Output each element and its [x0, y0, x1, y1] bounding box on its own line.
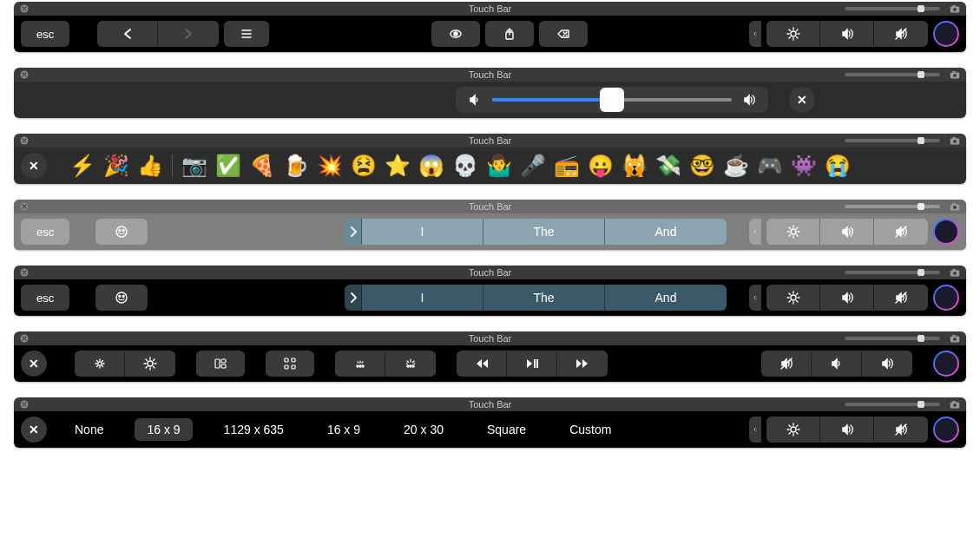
header-zoom-slider[interactable]: [845, 7, 940, 10]
slider-thumb[interactable]: [600, 88, 624, 112]
aspect-option[interactable]: 20 x 30: [391, 418, 456, 441]
screenshot-icon[interactable]: [949, 266, 961, 279]
esc-key[interactable]: esc: [21, 219, 69, 245]
volume-button[interactable]: [820, 21, 874, 47]
mute-button[interactable]: [761, 351, 812, 377]
volume-down-button[interactable]: [812, 351, 862, 377]
emoji[interactable]: 👍: [137, 154, 163, 178]
esc-key[interactable]: esc: [21, 21, 69, 47]
header-zoom-slider[interactable]: [845, 139, 940, 142]
header-zoom-slider[interactable]: [845, 271, 940, 274]
aspect-option[interactable]: None: [62, 418, 115, 441]
volume-button[interactable]: [820, 285, 874, 311]
siri-button[interactable]: [933, 417, 959, 443]
header-close-icon[interactable]: [19, 135, 30, 146]
predictive-item[interactable]: I: [362, 285, 483, 311]
emoji[interactable]: 📷: [181, 154, 207, 178]
volume-button[interactable]: [820, 219, 874, 245]
predictive-item[interactable]: The: [483, 219, 605, 245]
brightness-button[interactable]: [766, 285, 820, 311]
aspect-option[interactable]: 16 x 9: [135, 418, 192, 441]
delete-button[interactable]: [539, 21, 588, 47]
emoji[interactable]: 🍕: [249, 154, 275, 178]
predictive-item[interactable]: The: [483, 285, 605, 311]
emoji[interactable]: ⭐: [385, 154, 411, 178]
predictive-item[interactable]: I: [362, 219, 483, 245]
emoji[interactable]: 😭: [825, 154, 851, 178]
launchpad-button[interactable]: [266, 351, 314, 377]
emoji[interactable]: 💀: [452, 154, 478, 178]
emoji[interactable]: ⚡️: [69, 154, 95, 178]
siri-button[interactable]: [933, 285, 959, 311]
header-close-icon[interactable]: [19, 201, 30, 212]
brightness-down-button[interactable]: [75, 351, 125, 377]
header-close-icon[interactable]: [19, 333, 30, 344]
header-zoom-slider[interactable]: [845, 337, 940, 340]
close-emoji-button[interactable]: ✕: [21, 153, 47, 179]
brightness-button[interactable]: [766, 417, 820, 443]
emoji[interactable]: 🤷‍♂️: [486, 154, 512, 178]
close-aspect-button[interactable]: ✕: [21, 417, 47, 443]
emoji[interactable]: 🍺: [283, 154, 309, 178]
screenshot-icon[interactable]: [949, 332, 961, 344]
expand-strip-icon[interactable]: [749, 417, 761, 443]
play-pause-button[interactable]: [507, 351, 557, 377]
back-button[interactable]: [97, 21, 158, 47]
emoji-picker-button[interactable]: [95, 219, 148, 245]
close-slider-button[interactable]: ✕: [789, 87, 815, 113]
predictive-chevron[interactable]: [345, 219, 362, 245]
emoji[interactable]: 👾: [791, 154, 817, 178]
screenshot-icon[interactable]: [949, 134, 961, 147]
siri-button[interactable]: [933, 21, 959, 47]
mute-button[interactable]: [874, 21, 928, 47]
aspect-option[interactable]: Square: [475, 418, 538, 441]
header-close-icon[interactable]: [19, 399, 30, 410]
mute-button[interactable]: [874, 219, 928, 245]
siri-button[interactable]: [933, 219, 959, 245]
emoji[interactable]: 😛: [588, 154, 614, 178]
screenshot-icon[interactable]: [949, 200, 961, 213]
emoji[interactable]: 🎤: [520, 154, 546, 178]
siri-button[interactable]: [933, 351, 959, 377]
volume-up-button[interactable]: [862, 351, 912, 377]
volume-button[interactable]: [820, 417, 874, 443]
share-button[interactable]: [485, 21, 534, 47]
kbd-brightness-down-button[interactable]: [335, 351, 385, 377]
aspect-option[interactable]: Custom: [557, 418, 623, 441]
expand-strip-icon[interactable]: [749, 285, 761, 311]
brightness-button[interactable]: [766, 21, 820, 47]
predictive-chevron[interactable]: [345, 285, 362, 311]
volume-slider[interactable]: [456, 87, 768, 113]
fast-forward-button[interactable]: [557, 351, 608, 377]
screenshot-icon[interactable]: [949, 69, 961, 81]
header-zoom-slider[interactable]: [845, 73, 940, 76]
header-close-icon[interactable]: [19, 69, 30, 80]
emoji[interactable]: 💸: [655, 154, 681, 178]
mute-button[interactable]: [874, 417, 928, 443]
emoji[interactable]: 🙀: [622, 154, 648, 178]
kbd-brightness-up-button[interactable]: [385, 351, 436, 377]
brightness-button[interactable]: [766, 219, 820, 245]
expand-strip-icon[interactable]: [749, 219, 761, 245]
esc-key[interactable]: esc: [21, 285, 69, 311]
aspect-option[interactable]: 16 x 9: [315, 418, 372, 441]
header-zoom-slider[interactable]: [845, 403, 940, 406]
rewind-button[interactable]: [457, 351, 507, 377]
emoji[interactable]: 🤓: [689, 154, 715, 178]
emoji[interactable]: 😫: [351, 154, 377, 178]
brightness-up-button[interactable]: [125, 351, 175, 377]
mission-control-button[interactable]: [196, 351, 245, 377]
expand-strip-icon[interactable]: [749, 21, 761, 47]
emoji[interactable]: 😱: [418, 154, 444, 178]
header-close-icon[interactable]: [19, 3, 30, 14]
screenshot-icon[interactable]: [949, 3, 961, 15]
emoji[interactable]: ☕: [723, 154, 749, 178]
emoji[interactable]: 💥: [317, 154, 343, 178]
emoji[interactable]: 🎮: [757, 154, 783, 178]
list-button[interactable]: [224, 21, 269, 47]
preview-button[interactable]: [431, 21, 480, 47]
forward-button[interactable]: [158, 21, 219, 47]
mute-button[interactable]: [874, 285, 928, 311]
emoji-picker-button[interactable]: [95, 285, 148, 311]
emoji[interactable]: 📻: [554, 154, 580, 178]
